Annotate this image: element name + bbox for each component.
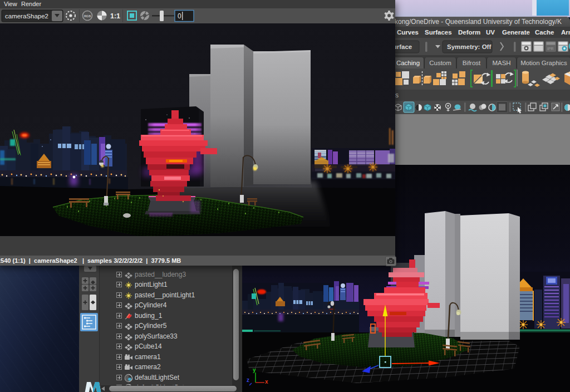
svg-text:cameraShape2: cameraShape2: [5, 13, 48, 19]
svg-text:Symmetry: Off: Symmetry: Off: [447, 43, 491, 50]
svg-text:z: z: [247, 377, 249, 383]
svg-text:IPR: IPR: [547, 47, 554, 51]
svg-text:x: x: [265, 379, 268, 385]
svg-text:1:1: 1:1: [110, 12, 120, 20]
svg-text:y: y: [253, 367, 256, 373]
svg-text:0: 0: [178, 12, 181, 20]
svg-text:RGB: RGB: [84, 14, 91, 18]
